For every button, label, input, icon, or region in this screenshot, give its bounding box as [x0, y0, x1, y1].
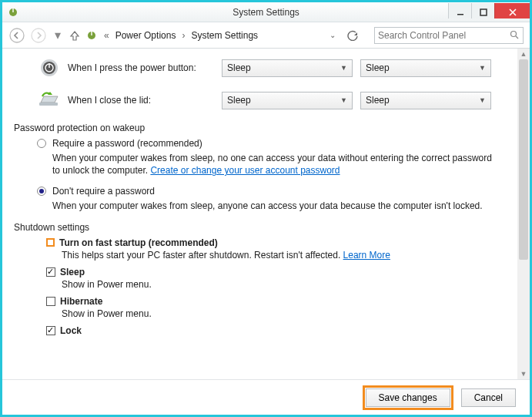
power-button-row: When I press the power button: Sleep ▼ S…	[37, 58, 499, 78]
breadcrumb-power-options[interactable]: Power Options	[115, 30, 176, 41]
lock-checkbox[interactable]: Lock	[46, 325, 499, 336]
dropdown-value: Sleep	[227, 62, 251, 73]
content-area: When I press the power button: Sleep ▼ S…	[2, 49, 530, 379]
chevron-down-icon: ▼	[340, 96, 347, 104]
chevron-right-icon: «	[102, 30, 111, 41]
radio-icon	[37, 187, 46, 196]
close-button[interactable]	[494, 3, 530, 18]
create-password-link[interactable]: Create or change your user account passw…	[150, 165, 340, 176]
dropdown-value: Sleep	[366, 95, 390, 106]
shutdown-settings-heading: Shutdown settings	[14, 222, 499, 233]
require-password-label: Require a password (recommended)	[52, 138, 202, 149]
maximize-button[interactable]	[471, 3, 494, 18]
checkbox-icon	[46, 267, 55, 277]
close-lid-label: When I close the lid:	[68, 95, 222, 106]
learn-more-link[interactable]: Learn More	[343, 250, 390, 261]
require-password-desc: When your computer wakes from sleep, no …	[52, 152, 499, 177]
power-options-icon	[85, 29, 98, 42]
dropdown-value: Sleep	[366, 62, 390, 73]
svg-rect-1	[12, 8, 13, 12]
close-lid-plugged-dropdown[interactable]: Sleep ▼	[360, 92, 491, 109]
require-password-radio[interactable]: Require a password (recommended)	[37, 138, 499, 149]
search-box[interactable]	[374, 27, 524, 44]
fast-startup-checkbox[interactable]: Turn on fast startup (recommended)	[46, 237, 499, 248]
fast-startup-label: Turn on fast startup (recommended)	[59, 237, 218, 248]
content: When I press the power button: Sleep ▼ S…	[2, 49, 517, 379]
chevron-down-icon: ▼	[340, 64, 347, 72]
svg-rect-7	[91, 32, 92, 35]
breadcrumb-dropdown[interactable]: ⌄	[326, 29, 339, 42]
hibernate-label: Hibernate	[60, 296, 102, 307]
close-lid-row: When I close the lid: Sleep ▼ Sleep ▼	[37, 90, 499, 110]
window: System Settings ▾ « Power Optio	[0, 0, 532, 417]
close-lid-battery-dropdown[interactable]: Sleep ▼	[222, 92, 353, 109]
search-icon[interactable]	[506, 29, 523, 42]
svg-rect-2	[457, 14, 463, 15]
power-button-plugged-dropdown[interactable]: Sleep ▼	[360, 59, 491, 77]
checkbox-icon	[46, 238, 55, 247]
footer: Save changes Cancel	[2, 379, 530, 415]
cancel-button[interactable]: Cancel	[461, 388, 516, 407]
checkbox-icon	[46, 297, 55, 306]
search-input[interactable]	[375, 28, 506, 43]
nav-bar: ▾ « Power Options › System Settings ⌄	[2, 22, 530, 49]
svg-point-4	[10, 29, 24, 42]
lock-label: Lock	[60, 325, 82, 336]
fast-startup-desc: This helps start your PC faster after sh…	[62, 250, 499, 261]
dropdown-value: Sleep	[227, 95, 251, 106]
chevron-down-icon: ▼	[479, 64, 486, 72]
window-controls	[448, 5, 530, 18]
power-options-icon	[7, 6, 19, 18]
dont-require-password-desc: When your computer wakes from sleep, any…	[52, 200, 499, 212]
dont-require-password-label: Don't require a password	[52, 186, 155, 197]
sleep-desc: Show in Power menu.	[62, 279, 499, 290]
password-protection-heading: Password protection on wakeup	[14, 123, 499, 133]
scroll-down-icon[interactable]: ▼	[517, 368, 530, 379]
radio-icon	[37, 139, 46, 148]
dont-require-password-radio[interactable]: Don't require a password	[37, 186, 499, 197]
refresh-button[interactable]	[346, 29, 359, 42]
svg-rect-13	[49, 63, 49, 68]
power-button-label: When I press the power button:	[68, 62, 222, 73]
title-bar: System Settings	[2, 2, 530, 22]
hibernate-checkbox[interactable]: Hibernate	[46, 296, 499, 307]
vertical-scrollbar[interactable]: ▲ ▼	[517, 49, 530, 379]
svg-rect-3	[480, 9, 487, 15]
back-button[interactable]	[8, 27, 25, 44]
hibernate-desc: Show in Power menu.	[62, 308, 499, 319]
svg-point-5	[32, 29, 45, 42]
power-button-icon	[37, 58, 62, 78]
sleep-label: Sleep	[60, 267, 85, 277]
laptop-lid-icon	[37, 90, 62, 110]
scroll-up-icon[interactable]: ▲	[517, 49, 530, 59]
chevron-right-icon: ›	[180, 30, 186, 41]
save-changes-button[interactable]: Save changes	[366, 388, 450, 407]
checkbox-icon	[46, 326, 55, 335]
scrollbar-thumb[interactable]	[519, 59, 528, 260]
chevron-down-icon: ▼	[479, 96, 486, 104]
recent-dropdown-icon[interactable]: ▾	[52, 29, 64, 42]
up-button[interactable]	[69, 29, 81, 42]
sleep-checkbox[interactable]: Sleep	[46, 267, 499, 277]
svg-line-9	[516, 36, 518, 39]
save-button-highlight: Save changes	[363, 385, 453, 410]
breadcrumb-system-settings[interactable]: System Settings	[191, 30, 258, 41]
svg-point-8	[511, 31, 517, 36]
power-button-battery-dropdown[interactable]: Sleep ▼	[222, 59, 353, 77]
forward-button[interactable]	[30, 27, 47, 44]
minimize-button[interactable]	[448, 3, 471, 18]
svg-rect-14	[39, 103, 58, 106]
